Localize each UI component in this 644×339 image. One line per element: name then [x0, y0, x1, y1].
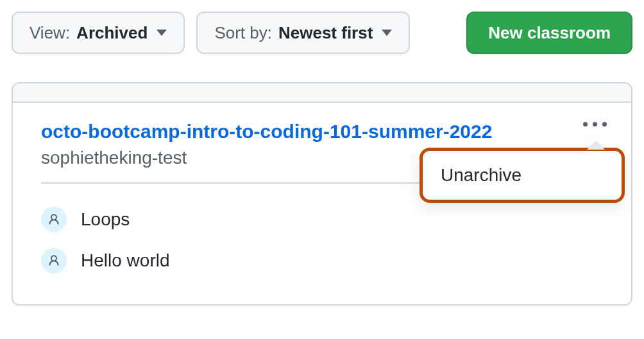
kebab-menu-button[interactable] [578, 117, 612, 132]
list-item[interactable]: Hello world [41, 240, 603, 281]
sort-label: Sort by: [214, 23, 272, 43]
new-classroom-button[interactable]: New classroom [466, 12, 632, 54]
chevron-down-icon [157, 30, 167, 36]
person-icon [41, 207, 67, 232]
unarchive-menu-item[interactable]: Unarchive [423, 151, 622, 200]
card-header-stripe [13, 83, 631, 103]
classroom-title-link[interactable]: octo-bootcamp-intro-to-coding-101-summer… [41, 121, 492, 143]
sort-value: Newest first [278, 23, 373, 43]
assignment-list: Loops Hello world [41, 199, 603, 281]
classroom-card: octo-bootcamp-intro-to-coding-101-summer… [12, 82, 632, 306]
page-root: View: Archived Sort by: Newest first New… [0, 0, 644, 306]
person-icon [41, 248, 67, 274]
toolbar: View: Archived Sort by: Newest first New… [12, 12, 632, 54]
kebab-dropdown: Unarchive [419, 148, 625, 203]
view-filter-dropdown[interactable]: View: Archived [12, 12, 185, 54]
sort-dropdown[interactable]: Sort by: Newest first [196, 12, 410, 54]
view-filter-value: Archived [76, 23, 148, 43]
view-filter-label: View: [30, 23, 70, 43]
list-item[interactable]: Loops [41, 199, 603, 240]
chevron-down-icon [382, 30, 392, 36]
assignment-name: Loops [81, 209, 130, 230]
assignment-name: Hello world [81, 250, 170, 271]
card-body: octo-bootcamp-intro-to-coding-101-summer… [13, 103, 631, 304]
